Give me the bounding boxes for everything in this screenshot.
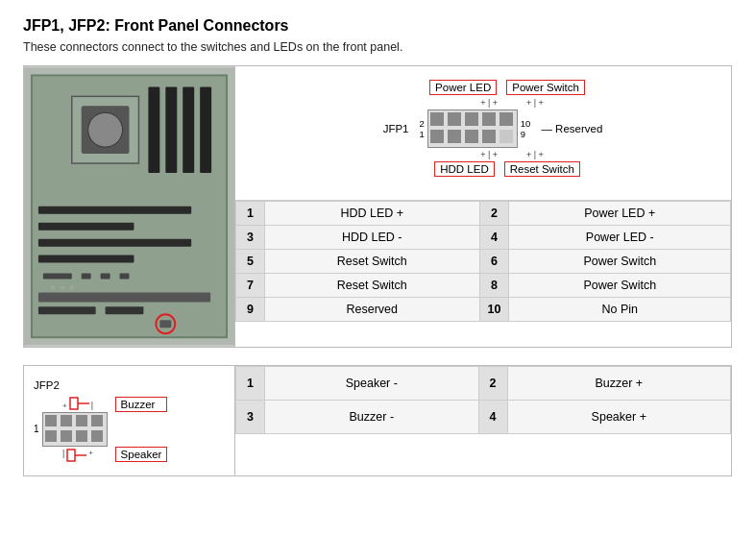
jfp1-connector bbox=[427, 110, 518, 148]
pin-label: Power Switch bbox=[509, 274, 731, 298]
pin-num: 1 bbox=[236, 366, 265, 400]
pin-label: Buzzer + bbox=[507, 366, 730, 400]
reset-switch-label: Reset Switch bbox=[504, 161, 580, 177]
svg-rect-19 bbox=[106, 306, 144, 314]
jfp1-diagram: Power LED Power Switch + | + + | + JFP1 … bbox=[235, 66, 731, 201]
pin-label: Reset Switch bbox=[265, 274, 480, 298]
pin-label: Power LED - bbox=[509, 226, 731, 250]
svg-rect-3 bbox=[165, 86, 177, 173]
pin-num: 2 bbox=[479, 202, 509, 226]
board-illustration bbox=[24, 66, 235, 347]
svg-rect-25 bbox=[70, 398, 78, 409]
table-row: 3 HDD LED - 4 Power LED - bbox=[236, 226, 731, 250]
page-title: JFP1, JFP2: Front Panel Connectors bbox=[23, 17, 732, 35]
pin-label: Speaker + bbox=[507, 400, 730, 433]
hdd-led-label: HDD LED bbox=[434, 161, 494, 177]
pin-num: 3 bbox=[236, 226, 265, 250]
pin-label: Buzzer - bbox=[265, 400, 479, 433]
jfp1-pin-table: 1 HDD LED + 2 Power LED + 3 HDD LED - 4 … bbox=[235, 201, 731, 322]
svg-rect-27 bbox=[67, 450, 75, 461]
pin-label: No Pin bbox=[509, 298, 731, 322]
table-row: 1 Speaker - 2 Buzzer + bbox=[236, 366, 731, 400]
table-row: 3 Buzzer - 4 Speaker + bbox=[236, 400, 731, 433]
pin-num: 3 bbox=[236, 400, 265, 433]
svg-rect-5 bbox=[200, 86, 211, 173]
jfp2-pin-table: 1 Speaker - 2 Buzzer + 3 Buzzer - 4 Spea… bbox=[235, 366, 731, 434]
pin-num: 6 bbox=[479, 250, 509, 274]
table-row: 9 Reserved 10 No Pin bbox=[236, 298, 731, 322]
table-row: 1 HDD LED + 2 Power LED + bbox=[236, 202, 731, 226]
svg-rect-14 bbox=[82, 274, 91, 280]
svg-point-24 bbox=[70, 285, 74, 289]
subtitle: These connectors connect to the switches… bbox=[23, 40, 732, 54]
pin-label: Power Switch bbox=[509, 250, 731, 274]
svg-point-8 bbox=[88, 112, 123, 147]
pin-label: HDD LED - bbox=[265, 226, 480, 250]
pin-label: Power LED + bbox=[509, 202, 731, 226]
pin-label: Speaker - bbox=[265, 366, 479, 400]
buzzer-box-label: Buzzer bbox=[115, 397, 168, 412]
svg-point-22 bbox=[51, 285, 55, 289]
svg-rect-12 bbox=[38, 256, 134, 263]
svg-rect-4 bbox=[183, 86, 194, 173]
pin-label: Reserved bbox=[265, 298, 480, 322]
svg-rect-18 bbox=[38, 306, 96, 314]
pin-num: 4 bbox=[478, 400, 507, 433]
pin-num: 1 bbox=[236, 202, 265, 226]
pin-num: 5 bbox=[236, 250, 265, 274]
pin-num: 2 bbox=[478, 366, 507, 400]
svg-rect-10 bbox=[38, 223, 134, 231]
speaker-bracket-icon bbox=[66, 449, 87, 462]
svg-rect-21 bbox=[159, 320, 171, 328]
svg-rect-2 bbox=[148, 86, 159, 173]
pin-num: 8 bbox=[479, 274, 509, 298]
svg-rect-16 bbox=[120, 274, 130, 280]
reserved-label: — Reserved bbox=[541, 123, 602, 134]
pin-num: 7 bbox=[236, 274, 265, 298]
pin-num: 4 bbox=[479, 226, 509, 250]
svg-point-23 bbox=[61, 285, 64, 289]
jfp2-section: JFP2 + | 1 bbox=[23, 365, 732, 476]
jfp2-connector bbox=[42, 412, 108, 447]
pin-label: HDD LED + bbox=[265, 202, 480, 226]
table-row: 7 Reset Switch 8 Power Switch bbox=[236, 274, 731, 298]
jfp2-diagram: JFP2 + | 1 bbox=[24, 366, 235, 475]
pin-label: Reset Switch bbox=[265, 250, 480, 274]
svg-rect-9 bbox=[38, 207, 191, 214]
svg-rect-17 bbox=[38, 292, 210, 302]
jfp1-section: Power LED Power Switch + | + + | + JFP1 … bbox=[23, 65, 732, 348]
jfp2-table-area: 1 Speaker - 2 Buzzer + 3 Buzzer - 4 Spea… bbox=[235, 366, 731, 475]
table-row: 5 Reset Switch 6 Power Switch bbox=[236, 250, 731, 274]
power-switch-label: Power Switch bbox=[506, 80, 585, 95]
power-led-label: Power LED bbox=[429, 80, 497, 95]
jfp2-text-label: JFP2 bbox=[34, 379, 60, 391]
svg-rect-11 bbox=[38, 239, 191, 247]
jfp1-text-label: JFP1 bbox=[383, 123, 409, 134]
buzzer-bracket-icon bbox=[69, 397, 90, 410]
jfp2-pin1: 1 bbox=[34, 424, 39, 434]
svg-rect-15 bbox=[101, 274, 110, 280]
pin-num: 9 bbox=[236, 298, 265, 322]
svg-rect-13 bbox=[43, 274, 72, 280]
pin-num: 10 bbox=[479, 298, 509, 322]
speaker-box-label: Speaker bbox=[115, 447, 168, 462]
jfp1-right: Power LED Power Switch + | + + | + JFP1 … bbox=[235, 66, 731, 347]
